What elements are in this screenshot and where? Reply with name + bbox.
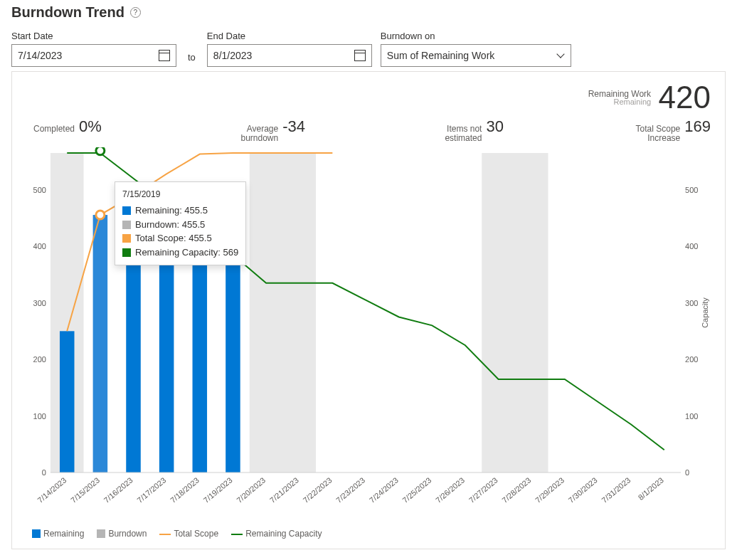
chart-legend: Remaining Burndown Total Scope Remaining…	[12, 524, 725, 539]
x-tick-label: 7/30/2023	[567, 476, 599, 505]
burndown-on-select[interactable]: Sum of Remaining Work	[381, 44, 571, 67]
y-left-tick: 500	[33, 186, 46, 194]
kpi-avg-burndown: Average burndown -34	[221, 117, 305, 143]
y-left-tick: 300	[33, 299, 46, 307]
bar-remaining[interactable]	[60, 332, 75, 473]
tooltip-date: 7/15/2019	[122, 188, 238, 201]
chart-tooltip: 7/15/2019 Remaining: 455.5Burndown: 455.…	[115, 181, 246, 265]
kpi-label: Average burndown	[221, 125, 278, 143]
kpi-top-line1: Remaining Work	[588, 90, 651, 98]
kpi-label: Items not estimated	[425, 125, 482, 143]
y-left-tick: 400	[33, 242, 46, 250]
kpi-label: Total Scope Increase	[623, 125, 680, 143]
x-tick-label: 7/25/2023	[401, 476, 433, 505]
y-right-title: Capacity	[701, 297, 709, 328]
line-marker[interactable]	[96, 211, 105, 219]
y-left-tick: 200	[33, 355, 46, 364]
chevron-down-icon	[556, 51, 565, 60]
tooltip-text: Remaining Capacity: 569	[135, 245, 238, 260]
chart-panel: Remaining Work Remaining 420 Completed 0…	[11, 71, 726, 549]
legend-swatch	[122, 206, 131, 215]
y-right-tick: 500	[685, 186, 698, 194]
x-tick-label: 7/24/2023	[368, 476, 400, 505]
bar-remaining[interactable]	[226, 236, 240, 473]
kpi-label: Completed	[33, 125, 75, 134]
legend-label: Total Scope	[174, 529, 218, 539]
kpi-remaining-work: Remaining Work Remaining 420	[12, 72, 725, 113]
end-date-value: 8/1/2023	[213, 50, 253, 61]
x-tick-label: 7/19/2023	[202, 476, 234, 505]
legend-swatch	[122, 234, 131, 243]
y-left-tick: 100	[33, 412, 46, 421]
filter-bar: Start Date 7/14/2023 to End Date 8/1/202…	[11, 31, 726, 67]
burndown-on-value: Sum of Remaining Work	[387, 50, 494, 61]
tooltip-text: Total Scope: 455.5	[135, 231, 212, 245]
x-tick-label: 7/26/2023	[434, 476, 466, 505]
x-tick-label: 7/15/2023	[69, 476, 101, 505]
x-tick-label: 7/14/2023	[36, 476, 68, 505]
weekend-band	[482, 153, 548, 472]
kpi-not-estimated: Items not estimated 30	[425, 117, 503, 143]
legend-burndown[interactable]: Burndown	[97, 529, 147, 539]
legend-remaining-capacity[interactable]: Remaining Capacity	[231, 529, 322, 539]
legend-remaining[interactable]: Remaining	[32, 529, 84, 539]
tooltip-row: Remaining: 455.5	[122, 204, 238, 218]
legend-label: Remaining Capacity	[245, 529, 322, 539]
x-tick-label: 7/18/2023	[169, 476, 201, 505]
legend-swatch	[122, 221, 131, 229]
y-right-tick: 100	[685, 412, 698, 421]
calendar-icon[interactable]	[159, 50, 170, 61]
kpi-value: 30	[486, 117, 503, 136]
y-right-tick: 300	[685, 299, 698, 307]
start-date-value: 7/14/2023	[18, 50, 62, 61]
kpi-value: 0%	[79, 117, 102, 136]
x-tick-label: 7/29/2023	[534, 476, 566, 505]
start-date-label: Start Date	[11, 31, 176, 41]
weekend-band	[250, 153, 316, 472]
help-icon[interactable]: ?	[130, 7, 141, 18]
x-tick-label: 7/16/2023	[102, 476, 134, 505]
x-tick-label: 7/23/2023	[334, 476, 366, 505]
to-word: to	[185, 52, 198, 67]
x-tick-label: 7/22/2023	[302, 476, 334, 505]
x-tick-label: 7/31/2023	[600, 476, 632, 505]
end-date-label: End Date	[207, 31, 372, 41]
end-date-input[interactable]: 8/1/2023	[207, 44, 372, 67]
x-tick-label: 7/21/2023	[268, 476, 300, 505]
kpi-scope-increase: Total Scope Increase 169	[623, 117, 711, 143]
y-right-tick: 0	[685, 468, 689, 477]
start-date-input[interactable]: 7/14/2023	[11, 44, 176, 67]
tooltip-text: Remaining: 455.5	[135, 204, 208, 218]
kpi-value: -34	[282, 117, 305, 136]
y-right-tick: 400	[685, 242, 698, 250]
y-left-tick: 0	[42, 468, 46, 477]
kpi-value: 169	[684, 117, 711, 136]
bar-remaining[interactable]	[93, 215, 108, 472]
bar-remaining[interactable]	[159, 236, 174, 473]
burndown-on-label: Burndown on	[381, 31, 571, 41]
legend-label: Remaining	[43, 529, 84, 539]
page-title: Burndown Trend	[11, 4, 124, 21]
kpi-completed: Completed 0%	[33, 117, 102, 143]
tooltip-row: Burndown: 455.5	[122, 218, 238, 232]
kpi-top-line2: Remaining	[588, 98, 651, 106]
x-tick-label: 8/1/2023	[637, 476, 665, 502]
tooltip-text: Burndown: 455.5	[135, 218, 205, 232]
x-tick-label: 7/17/2023	[135, 476, 167, 505]
bar-remaining[interactable]	[193, 236, 208, 473]
legend-total-scope[interactable]: Total Scope	[159, 529, 218, 539]
kpi-top-value: 420	[659, 82, 711, 113]
legend-label: Burndown	[108, 529, 147, 539]
x-tick-label: 7/27/2023	[467, 476, 499, 505]
line-marker[interactable]	[96, 147, 105, 155]
x-tick-label: 7/20/2023	[235, 476, 267, 505]
x-tick-label: 7/28/2023	[500, 476, 532, 505]
calendar-icon[interactable]	[354, 50, 366, 61]
tooltip-row: Remaining Capacity: 569	[122, 245, 238, 260]
tooltip-row: Total Scope: 455.5	[122, 231, 238, 245]
y-right-tick: 200	[685, 355, 698, 364]
legend-swatch	[122, 248, 131, 257]
bar-remaining[interactable]	[126, 236, 141, 473]
